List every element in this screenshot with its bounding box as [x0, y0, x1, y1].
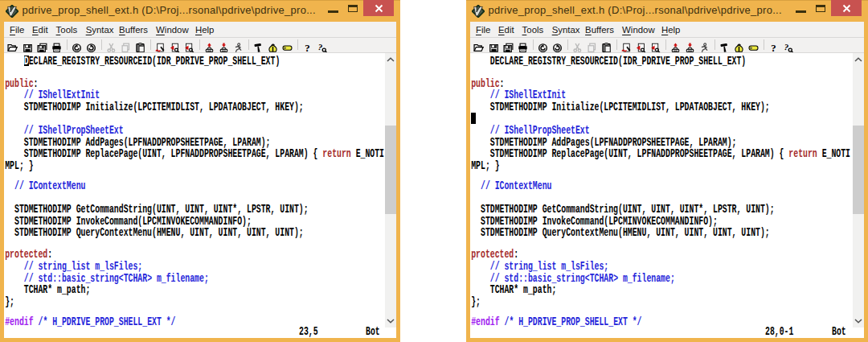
svg-text:?: ?: [771, 43, 776, 53]
svg-text:?: ?: [305, 43, 310, 53]
